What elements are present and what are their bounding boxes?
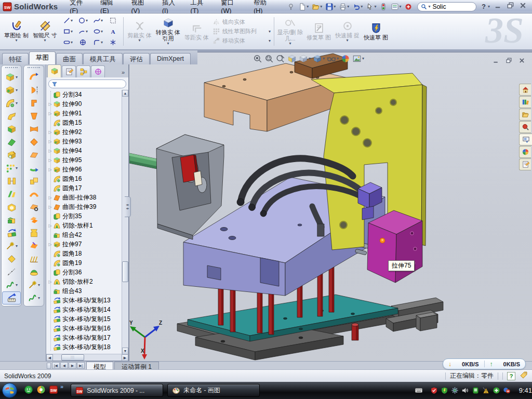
- dropdown-arrow-icon[interactable]: ▾: [167, 42, 169, 46]
- configuration-manager-tab[interactable]: [76, 65, 90, 77]
- open-button[interactable]: ▾: [310, 1, 324, 12]
- dropdown-arrow-icon[interactable]: ▾: [334, 5, 336, 9]
- plane-button[interactable]: [2, 252, 21, 265]
- print-button[interactable]: ▾: [337, 1, 351, 12]
- solidworks-search-tab[interactable]: [519, 121, 531, 133]
- tree-item[interactable]: 圆角16: [46, 174, 122, 183]
- draft-button[interactable]: [2, 188, 21, 201]
- search-box[interactable]: ▾: [417, 2, 476, 11]
- quick-launch-solidworks[interactable]: SW: [49, 385, 58, 396]
- feature-manager-tab[interactable]: [47, 64, 61, 77]
- select-button[interactable]: ▾: [364, 1, 378, 12]
- fm-overflow-icon[interactable]: »: [119, 69, 127, 77]
- dropdown-arrow-icon[interactable]: ▾: [347, 5, 349, 9]
- measure-button[interactable]: [2, 291, 21, 304]
- tree-item[interactable]: ▷曲面-拉伸38: [46, 193, 122, 202]
- zoom-to-area-button[interactable]: [264, 54, 274, 63]
- tree-item[interactable]: ▷曲面-拉伸39: [46, 202, 122, 211]
- offset-surface-button[interactable]: [24, 136, 43, 149]
- scroll-left-arrow[interactable]: ◀: [46, 354, 53, 361]
- titlebar-close-button[interactable]: [519, 2, 527, 11]
- tab-模型[interactable]: 模型: [86, 362, 113, 369]
- expand-arrow-icon[interactable]: ▷: [47, 102, 53, 107]
- dropdown-arrow-icon[interactable]: ▾: [362, 57, 364, 61]
- rebuild-button[interactable]: [378, 1, 389, 12]
- zoom-to-selection-button[interactable]: [276, 54, 285, 63]
- move-copy-button[interactable]: [2, 227, 21, 240]
- dropdown-arrow-icon[interactable]: ▾: [101, 41, 103, 45]
- status-help-button[interactable]: ?: [507, 372, 515, 380]
- dome-button[interactable]: [24, 265, 43, 278]
- tab-运动算例 1[interactable]: 运动算例 1: [114, 362, 159, 369]
- filled-surface-button[interactable]: [24, 240, 43, 252]
- tree-item[interactable]: 圆角15: [46, 118, 122, 127]
- dropdown-arrow-icon[interactable]: ▾: [337, 57, 339, 61]
- expand-arrow-icon[interactable]: ▷: [47, 149, 53, 153]
- custom-properties-tab[interactable]: [519, 158, 531, 170]
- sketch-ellipse-button[interactable]: ▾: [90, 26, 105, 37]
- tree-item[interactable]: 分割36: [46, 268, 122, 277]
- dropdown-arrow-icon[interactable]: ▾: [16, 244, 18, 248]
- extruded-cut-button[interactable]: ▾: [2, 84, 21, 97]
- sketch-arc-button[interactable]: ▾: [75, 26, 90, 37]
- sketch-circle-button[interactable]: ▾: [75, 15, 90, 26]
- volume-icon[interactable]: [461, 387, 469, 394]
- health-green-icon[interactable]: [493, 387, 500, 394]
- revolved-surface-button[interactable]: [24, 84, 43, 97]
- dropdown-arrow-icon[interactable]: ▾: [361, 5, 363, 9]
- tree-item[interactable]: ▷切除-放样2: [46, 277, 122, 286]
- pin-button[interactable]: [285, 1, 297, 12]
- planar-surface-button[interactable]: [24, 149, 43, 162]
- tab-曲面[interactable]: 曲面: [56, 53, 83, 64]
- sketch-text-button[interactable]: A: [105, 26, 121, 37]
- tree-horizontal-scrollbar[interactable]: ◀ ⦙⦙⦙ ▶: [46, 354, 128, 361]
- toolbar-drag-handle[interactable]: [28, 67, 40, 69]
- dropdown-arrow-icon[interactable]: ▾: [38, 296, 40, 300]
- axis-button[interactable]: [2, 265, 21, 278]
- mirror-entities-button[interactable]: 镜向实体: [212, 18, 271, 26]
- quick-launch-more-icon[interactable]: »: [60, 383, 63, 390]
- tree-item[interactable]: 分割35: [46, 211, 122, 221]
- graphics-viewport[interactable]: Y Z X ▾▾▾▾ 拉伸75: [129, 52, 532, 361]
- tree-item[interactable]: 实体-移动/复制18: [46, 342, 122, 352]
- sync-icon[interactable]: [503, 387, 511, 394]
- tab-DimXpert[interactable]: DimXpert: [150, 53, 191, 64]
- linear-pattern-button[interactable]: ▾: [2, 162, 21, 175]
- document-close-button[interactable]: [518, 57, 526, 66]
- trim-entities-button[interactable]: 剪裁实 体▾: [125, 15, 154, 48]
- fillet-button[interactable]: ▾: [2, 97, 21, 110]
- tree-item[interactable]: 圆角19: [46, 258, 122, 268]
- tab-nav-button[interactable]: ◀: [60, 362, 68, 369]
- dropdown-arrow-icon[interactable]: ▾: [346, 38, 348, 43]
- tab-草图[interactable]: 草图: [29, 51, 56, 64]
- dimxpert-manager-tab[interactable]: [91, 65, 105, 77]
- tree-item[interactable]: ▷拉伸95: [46, 155, 122, 165]
- tab-nav-button[interactable]: ▶|: [77, 362, 85, 369]
- dropdown-arrow-icon[interactable]: ▾: [399, 5, 401, 9]
- rx-button[interactable]: [403, 1, 414, 12]
- design-library-tab[interactable]: [519, 96, 531, 108]
- expand-arrow-icon[interactable]: ▷: [47, 139, 53, 144]
- undo-button[interactable]: ▾: [351, 1, 364, 12]
- solidworks-resources-tab[interactable]: [519, 84, 531, 96]
- dropdown-arrow-icon[interactable]: ▾: [269, 30, 271, 34]
- search-input[interactable]: [431, 3, 464, 11]
- display-delete-relations-button[interactable]: 显示/删 除几...▾: [276, 15, 304, 48]
- dropdown-arrow-icon[interactable]: ▾: [71, 19, 73, 23]
- tab-splitter[interactable]: [47, 363, 51, 369]
- dropdown-arrow-icon[interactable]: ▾: [138, 38, 140, 43]
- smart-dimension-button[interactable]: 智能尺 寸▾: [31, 15, 59, 48]
- lofted-surface-button[interactable]: [24, 110, 43, 123]
- help-dropdown-icon[interactable]: ▾: [488, 5, 490, 9]
- file-explorer-tab[interactable]: [519, 109, 531, 121]
- dropdown-arrow-icon[interactable]: ▾: [101, 30, 103, 34]
- help-button[interactable]: ?: [480, 3, 488, 10]
- sketch-button[interactable]: 草图绘 制▾: [2, 15, 31, 48]
- scroll-thumb[interactable]: ⦙⦙⦙: [61, 354, 84, 361]
- dropdown-arrow-icon[interactable]: ▾: [38, 283, 40, 287]
- sketch-select-box-button[interactable]: [105, 15, 121, 26]
- tree-item[interactable]: ▷拉伸91: [46, 109, 122, 118]
- keyboard-icon[interactable]: [414, 387, 423, 394]
- tree-item[interactable]: 组合43: [46, 286, 122, 296]
- expand-arrow-icon[interactable]: ▷: [47, 242, 53, 247]
